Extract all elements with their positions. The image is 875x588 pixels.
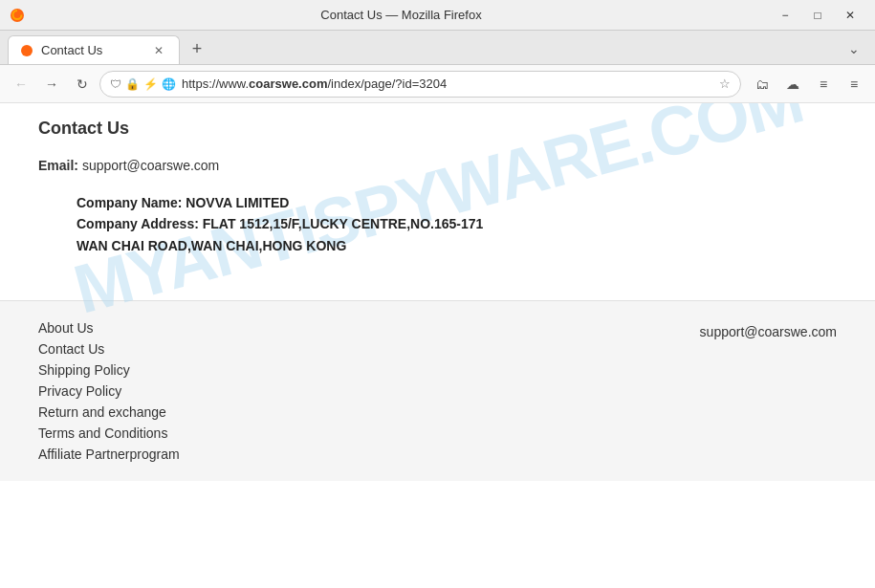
window-controls: − □ ✕ (770, 5, 865, 26)
footer-links: About UsContact UsShipping PolicyPrivacy… (38, 320, 662, 462)
pocket-icon[interactable]: 🗂 (749, 71, 776, 98)
email-line: Email: support@coarswe.com (38, 158, 837, 173)
footer-contact: support@coarswe.com (700, 320, 837, 462)
restore-button[interactable]: □ (802, 5, 833, 26)
page-title: Contact Us (38, 119, 837, 139)
footer-link-item[interactable]: Shipping Policy (38, 362, 662, 378)
globe-icon: 🌐 (162, 77, 176, 91)
more-tools-button[interactable]: ≡ (810, 71, 837, 98)
minimize-button[interactable]: − (770, 5, 800, 26)
url-domain: coarswe.com (249, 76, 327, 91)
svg-point-1 (21, 45, 33, 56)
company-name-label: Company Name: (77, 195, 182, 210)
url-security-icons: 🛡 🔒 ⚡ 🌐 (110, 77, 176, 91)
url-actions: ☆ (719, 76, 731, 91)
footer-link-item[interactable]: Affiliate Partnerprogram (38, 446, 662, 462)
page-body: Contact Us Email: support@coarswe.com Co… (38, 119, 837, 256)
tab-bar: Contact Us ✕ + ⌄ (0, 31, 875, 65)
reload-button[interactable]: ↻ (69, 71, 96, 98)
company-info: Company Name: NOVVA LIMITED Company Addr… (77, 192, 837, 256)
bookmark-icon[interactable]: ☆ (719, 76, 731, 91)
url-display[interactable]: https://www.coarswe.com/index/page/?id=3… (182, 76, 713, 91)
footer: About UsContact UsShipping PolicyPrivacy… (0, 300, 875, 481)
company-address-line1: Company Address: FLAT 1512,15/F,LUCKY CE… (77, 213, 837, 234)
active-tab[interactable]: Contact Us ✕ (8, 35, 180, 64)
tab-favicon (20, 44, 33, 57)
tab-close-button[interactable]: ✕ (150, 42, 167, 59)
footer-email: support@coarswe.com (700, 324, 837, 339)
nav-right-actions: 🗂 ☁ ≡ ≡ (749, 71, 867, 98)
tab-list-chevron[interactable]: ⌄ (841, 35, 867, 62)
page-inner: MYANTISPYWARE.COM Contact Us Email: supp… (0, 103, 875, 300)
nav-bar: ← → ↻ 🛡 🔒 ⚡ 🌐 https://www.coarswe.com/in… (0, 65, 875, 103)
company-address-label: Company Address: (77, 216, 199, 231)
close-button[interactable]: ✕ (835, 5, 865, 26)
company-address-value1: FLAT 1512,15/F,LUCKY CENTRE,NO.165-171 (203, 216, 484, 231)
tab-label: Contact Us (41, 43, 102, 57)
footer-link-item[interactable]: Return and exchange (38, 404, 662, 420)
forward-button[interactable]: → (38, 71, 65, 98)
email-value: support@coarswe.com (82, 158, 219, 173)
url-bar[interactable]: 🛡 🔒 ⚡ 🌐 https://www.coarswe.com/index/pa… (99, 71, 741, 98)
footer-link-item[interactable]: Terms and Conditions (38, 425, 662, 441)
footer-link-item[interactable]: About Us (38, 320, 662, 336)
url-protocol: https://www. (182, 76, 249, 91)
page-content: MYANTISPYWARE.COM Contact Us Email: supp… (0, 103, 875, 588)
company-address-line2: WAN CHAI ROAD,WAN CHAI,HONG KONG (77, 235, 837, 256)
footer-link-item[interactable]: Privacy Policy (38, 383, 662, 399)
title-bar: Contact Us — Mozilla Firefox − □ ✕ (0, 0, 875, 31)
shield-icon: 🛡 (110, 77, 121, 91)
back-button[interactable]: ← (8, 71, 34, 98)
lock-icon: 🔒 (125, 77, 140, 91)
footer-link-item[interactable]: Contact Us (38, 341, 662, 357)
url-path: /index/page/?id=3204 (327, 76, 447, 91)
company-name-value: NOVVA LIMITED (186, 195, 289, 210)
window-title: Contact Us — Mozilla Firefox (33, 8, 770, 22)
connection-icon: ⚡ (143, 77, 158, 91)
email-label: Email: (38, 158, 78, 173)
firefox-icon (10, 8, 25, 23)
company-name: Company Name: NOVVA LIMITED (77, 192, 837, 213)
sync-icon[interactable]: ☁ (779, 71, 806, 98)
menu-button[interactable]: ≡ (841, 71, 867, 98)
new-tab-button[interactable]: + (184, 35, 210, 62)
